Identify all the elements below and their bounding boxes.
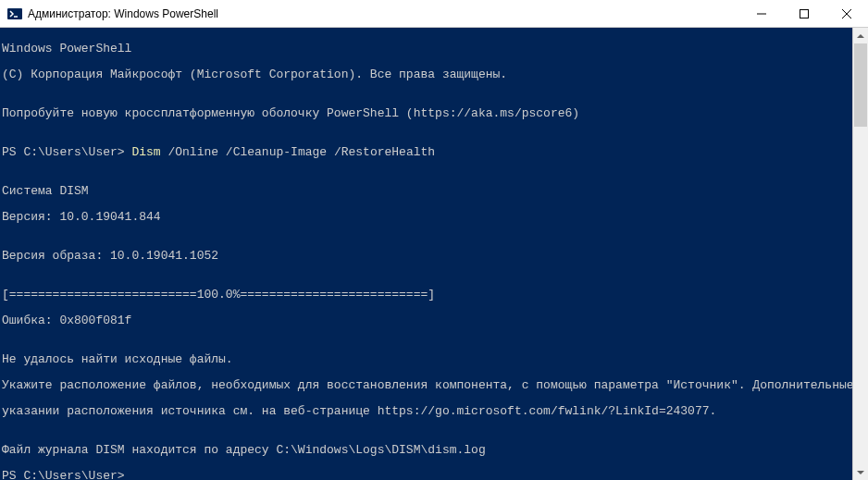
powershell-icon: [7, 6, 22, 21]
chevron-up-icon: [857, 34, 864, 38]
window-title: Администратор: Windows PowerShell: [28, 7, 740, 20]
scrollbar-thumb[interactable]: [854, 43, 867, 127]
command-name: Dism: [131, 145, 160, 159]
terminal-line: Windows PowerShell: [2, 43, 852, 55]
minimize-button[interactable]: [740, 0, 783, 27]
terminal-line: (С) Корпорация Майкрософт (Microsoft Cor…: [2, 68, 852, 81]
terminal-line: Версия образа: 10.0.19041.1052: [2, 250, 852, 263]
terminal-line: Попробуйте новую кроссплатформенную обол…: [2, 107, 852, 120]
prompt-prefix: PS C:\Users\User>: [2, 145, 131, 159]
terminal-prompt-line: PS C:\Users\User>: [2, 470, 852, 480]
window-controls: [740, 0, 868, 27]
terminal-prompt-line: PS C:\Users\User> Dism /Online /Cleanup-…: [2, 146, 852, 159]
terminal-line: Не удалось найти исходные файлы.: [2, 353, 852, 366]
close-icon: [842, 9, 851, 18]
maximize-button[interactable]: [783, 0, 825, 27]
maximize-icon: [800, 9, 809, 18]
terminal-line: Укажите расположение файлов, необходимых…: [2, 379, 852, 392]
terminal-line: Ошибка: 0x800f081f: [2, 314, 852, 327]
vertical-scrollbar[interactable]: [852, 28, 868, 480]
close-button[interactable]: [825, 0, 868, 27]
chevron-down-icon: [857, 471, 864, 474]
command-args: /Online /Cleanup-Image /RestoreHealth: [161, 145, 435, 159]
terminal-area: Windows PowerShell (С) Корпорация Майкро…: [0, 28, 868, 480]
terminal-content[interactable]: Windows PowerShell (С) Корпорация Майкро…: [0, 28, 852, 480]
minimize-icon: [757, 9, 766, 18]
titlebar: Администратор: Windows PowerShell: [0, 0, 868, 28]
svg-rect-3: [800, 9, 809, 18]
terminal-line: Версия: 10.0.19041.844: [2, 211, 852, 224]
terminal-line: Файл журнала DISM находится по адресу C:…: [2, 444, 852, 457]
scrollbar-up-arrow[interactable]: [853, 28, 868, 43]
svg-rect-0: [7, 8, 22, 19]
terminal-line: указании расположения источника см. на в…: [2, 405, 852, 418]
scrollbar-down-arrow[interactable]: [853, 464, 868, 480]
terminal-line: [==========================100.0%=======…: [2, 289, 852, 302]
terminal-line: Cистема DISM: [2, 185, 852, 198]
